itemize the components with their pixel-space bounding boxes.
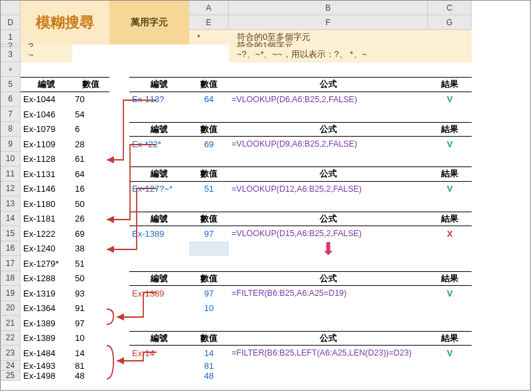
lookup-val-6b[interactable]: 81: [189, 361, 229, 371]
row-header-15[interactable]: 15: [1, 226, 21, 241]
table-row[interactable]: Ex-1109: [21, 137, 72, 152]
row-header-5[interactable]: 5: [1, 77, 21, 92]
table-row[interactable]: Ex-1044: [21, 92, 72, 107]
row-header-20[interactable]: 20: [1, 301, 21, 316]
table-row[interactable]: 14: [72, 346, 109, 361]
row-header-7[interactable]: 7: [1, 107, 21, 122]
table-row[interactable]: Ex-1046: [21, 107, 72, 122]
table-row[interactable]: Ex-1181: [21, 212, 72, 227]
col-header-d[interactable]: D: [1, 15, 21, 30]
row-header-11[interactable]: 11: [1, 166, 21, 182]
row-header-9[interactable]: 9: [1, 137, 21, 152]
table-row[interactable]: 81: [72, 361, 109, 371]
th-val-6: 數值: [189, 331, 229, 346]
lookup-formula-5[interactable]: =FILTER(B6:B25,A6:A25=D19): [229, 286, 428, 301]
table-row[interactable]: Ex-1484: [21, 346, 72, 361]
table-row[interactable]: 61: [72, 152, 109, 167]
lookup-formula-3[interactable]: =VLOOKUP(D12,A6:B25,2,FALSE): [229, 182, 428, 197]
col-header-a[interactable]: A: [189, 1, 229, 15]
highlighted-cell[interactable]: [189, 241, 229, 257]
lookup-id-4[interactable]: Ex-1389: [129, 226, 189, 241]
table-row[interactable]: Ex-1079: [21, 122, 72, 137]
down-arrow-icon: ⬇: [229, 241, 428, 257]
table-row[interactable]: 38: [72, 241, 109, 257]
table-row[interactable]: Ex-1288: [21, 271, 72, 287]
lookup-val-5b[interactable]: 10: [189, 301, 229, 316]
corner-cell[interactable]: [1, 1, 21, 15]
table-row[interactable]: Ex-1498: [21, 371, 72, 381]
col-header-b[interactable]: B: [229, 1, 428, 15]
table-row[interactable]: 26: [72, 212, 109, 227]
table-row[interactable]: Ex-1319: [21, 286, 72, 301]
spreadsheet-frame: A B C D E F G 1 模糊搜尋 萬用字元 * 符合的0至多個字元 2 …: [0, 0, 531, 391]
lookup-val-4[interactable]: 97: [189, 226, 229, 241]
table-row[interactable]: 50: [72, 196, 109, 212]
row-header-6[interactable]: 6: [1, 92, 21, 107]
table-row[interactable]: 16: [72, 182, 109, 197]
lookup-id-3[interactable]: Ex-127?~*: [129, 182, 189, 197]
table-row[interactable]: Ex-1146: [21, 182, 72, 197]
lookup-val-6c[interactable]: 48: [189, 371, 229, 381]
table-row[interactable]: Ex-1389: [21, 331, 72, 346]
table-row[interactable]: Ex-1279*: [21, 256, 72, 271]
row-header-14[interactable]: 14: [1, 212, 21, 227]
lookup-formula-6[interactable]: =FILTER(B6:B25,LEFT(A6:A25,LEN(D23))=D23…: [229, 346, 428, 361]
row-header-13[interactable]: 13: [1, 196, 21, 212]
table-row[interactable]: 64: [72, 166, 109, 182]
row-header-8[interactable]: 8: [1, 122, 21, 137]
col-header-f[interactable]: F: [229, 15, 428, 30]
row-header-21[interactable]: 21: [1, 316, 21, 331]
table-row[interactable]: Ex-1240: [21, 241, 72, 257]
table-row[interactable]: Ex-1493: [21, 361, 72, 371]
row-header-19[interactable]: 19: [1, 286, 21, 301]
row-header-18[interactable]: 18: [1, 271, 21, 287]
table-row[interactable]: 48: [72, 371, 109, 381]
table-row[interactable]: 28: [72, 137, 109, 152]
lookup-val-1[interactable]: 64: [189, 92, 229, 107]
table-row[interactable]: Ex-1131: [21, 166, 72, 182]
lookup-result-2: V: [428, 137, 472, 152]
table-row[interactable]: Ex-1128: [21, 152, 72, 167]
col-header-c[interactable]: C: [428, 1, 472, 15]
row-header-23[interactable]: 23: [1, 346, 21, 361]
lookup-id-1[interactable]: Ex-113?: [129, 92, 189, 107]
col-header-g[interactable]: G: [428, 15, 472, 30]
table-row[interactable]: 50: [72, 271, 109, 287]
lookup-formula-1[interactable]: =VLOOKUP(D6,A6:B25,2,FALSE): [229, 92, 428, 107]
table-row[interactable]: 51: [72, 256, 109, 271]
lookup-val-2[interactable]: 69: [189, 137, 229, 152]
spreadsheet-grid: A B C D E F G 1 模糊搜尋 萬用字元 * 符合的0至多個字元 2 …: [1, 1, 530, 381]
row-header-4[interactable]: 4: [1, 62, 21, 78]
row-header-12[interactable]: 12: [1, 182, 21, 197]
banner-title: 模糊搜尋: [21, 1, 109, 44]
lookup-val-3[interactable]: 51: [189, 182, 229, 197]
row-header-16[interactable]: 16: [1, 241, 21, 257]
row-header-3[interactable]: 3: [1, 47, 21, 62]
lookup-val-6[interactable]: 14: [189, 346, 229, 361]
table-row[interactable]: 91: [72, 301, 109, 316]
table-row[interactable]: 10: [72, 331, 109, 346]
row-header-24[interactable]: 24: [1, 361, 21, 371]
table-row[interactable]: 69: [72, 226, 109, 241]
table-row[interactable]: 93: [72, 286, 109, 301]
th-result-3: 結果: [428, 166, 472, 182]
col-header-e[interactable]: E: [189, 15, 229, 30]
table-row[interactable]: Ex-1389: [21, 316, 72, 331]
lookup-formula-2[interactable]: =VLOOKUP(D9,A6:B25,2,FALSE): [229, 137, 428, 152]
row-header-22[interactable]: 22: [1, 331, 21, 346]
wildcard-symbol-1: *: [189, 30, 229, 44]
lookup-id-2[interactable]: Ex-*22*: [129, 137, 189, 152]
lookup-id-5[interactable]: Ex-1389: [129, 286, 189, 301]
lookup-id-6[interactable]: Ex-14: [129, 346, 189, 361]
table-row[interactable]: 70: [72, 92, 109, 107]
table-row[interactable]: Ex-1222: [21, 226, 72, 241]
row-header-25[interactable]: 25: [1, 371, 21, 381]
table-row[interactable]: 97: [72, 316, 109, 331]
table-row[interactable]: Ex-1180: [21, 196, 72, 212]
table-row[interactable]: 6: [72, 122, 109, 137]
row-header-10[interactable]: 10: [1, 152, 21, 167]
row-header-17[interactable]: 17: [1, 256, 21, 271]
table-row[interactable]: 54: [72, 107, 109, 122]
table-row[interactable]: Ex-1364: [21, 301, 72, 316]
lookup-val-5[interactable]: 97: [189, 286, 229, 301]
